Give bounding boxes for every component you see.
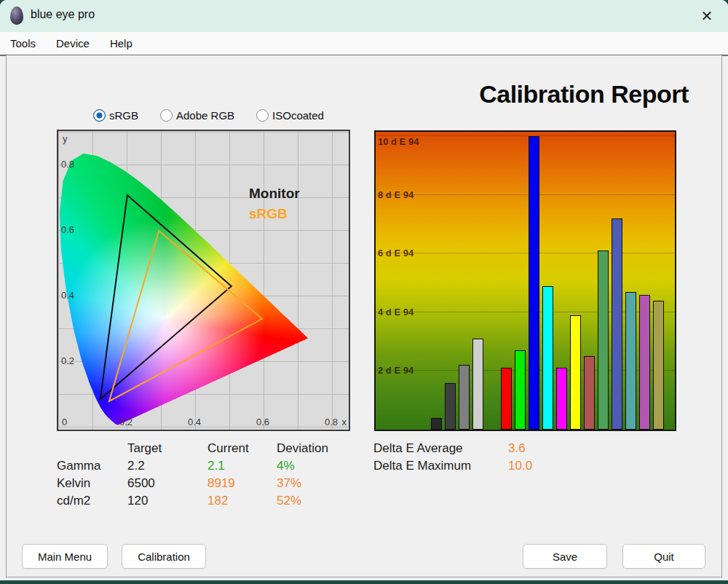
chart-gridline-10 [376,135,675,136]
radio-label: sRGB [109,109,138,122]
x-tick-0.2: 0.2 [119,417,132,427]
x-tick-0.6: 0.6 [256,417,269,427]
page-title: Calibration Report [446,80,722,108]
delta-e-bar-chart: 2 d E 944 d E 946 d E 948 d E 9410 d E 9… [374,130,676,431]
x-axis-label: x [342,417,347,427]
bar-yellow [570,315,581,430]
bar-brown [584,356,595,430]
main-menu-button[interactable]: Main Menu [22,544,108,569]
bar-red [501,368,512,430]
legend-srgb-label: sRGB [249,204,300,224]
current-value: 8919 [207,476,277,491]
quit-button[interactable]: Quit [622,544,705,569]
bar-gray [459,365,470,430]
gamut-legend: Monitor sRGB [249,184,300,224]
window-title: blue eye pro [31,8,95,21]
radio-option-adobe-rgb[interactable]: Adobe RGB [160,109,234,122]
delta-e-maximum-value: 10.0 [508,459,532,473]
app-egg-icon [10,7,23,25]
delta-e-average-value: 3.6 [508,441,532,456]
table-header-deviation: Deviation [277,441,346,456]
menu-item-device[interactable]: Device [46,37,100,50]
menu-bar: ToolsDeviceHelp [0,32,728,55]
delta-e-maximum-label: Delta E Maximum [373,459,508,473]
bar-orchid [639,295,650,430]
radio-option-srgb[interactable]: sRGB [93,109,138,122]
y-axis-label: y [63,133,68,144]
row-label-kelvin: Kelvin [57,476,127,491]
bar-slate-blue [612,218,622,430]
chromaticity-diagram: y0x0.20.40.60.80.20.40.60.8 Monitor sRGB [57,130,350,431]
radio-option-isocoated[interactable]: ISOcoated [256,109,324,122]
close-icon[interactable]: ✕ [696,6,718,26]
table-header-target: Target [127,441,207,456]
bar-cyan [542,286,553,430]
bar-mid-green [598,250,609,430]
bar-blue [529,136,539,430]
bar-light-gray [472,339,483,430]
y-tick-0.8: 0.8 [61,159,74,170]
srgb-gamut-triangle [109,231,262,401]
title-bar: blue eye pro ✕ [0,0,728,32]
menu-item-tools[interactable]: Tools [0,37,46,50]
x-tick-0.8: 0.8 [325,417,338,427]
bar-magenta [556,368,567,430]
chart-gridline-6 [376,253,675,253]
measurement-table: TargetCurrentDeviationGamma2.22.14%Kelvi… [57,441,346,508]
bar-olive [653,301,664,430]
calibration-button[interactable]: Calibration [122,544,206,569]
bar-dark-gray-1 [431,418,442,430]
deviation-value: 4% [277,459,346,473]
row-label-gamma: Gamma [57,459,127,473]
y-tick-0.4: 0.4 [61,290,74,301]
radio-selected-icon[interactable] [93,109,106,122]
legend-monitor-label: Monitor [249,184,300,204]
chart-axis-label-6: 6 d E 94 [378,248,414,259]
radio-unselected-icon[interactable] [160,109,173,122]
radio-label: ISOcoated [272,109,324,122]
profile-radio-group: sRGBAdobe RGBISOcoated [93,109,324,122]
chart-axis-label-4: 4 d E 94 [378,307,414,317]
chart-gridline-8 [376,194,675,195]
deviation-value: 37% [277,476,346,491]
chart-axis-label-10: 10 d E 94 [378,136,419,147]
delta-e-average-label: Delta E Average [373,441,508,456]
menu-item-help[interactable]: Help [100,37,143,50]
table-header-current: Current [207,441,277,456]
radio-label: Adobe RGB [176,109,234,122]
y-tick-0.6: 0.6 [61,224,74,235]
target-value: 6500 [127,476,207,491]
origin-tick: 0 [62,417,67,427]
app-window: blue eye pro ✕ ToolsDeviceHelp Calibrati… [0,0,728,580]
monitor-gamut-triangle [100,195,232,399]
y-tick-0.2: 0.2 [61,355,74,366]
target-value: 120 [127,494,207,508]
bar-teal [625,292,636,430]
table-corner [57,441,127,456]
delta-e-summary: Delta E Average 3.6 Delta E Maximum 10.0 [373,441,532,473]
deviation-value: 52% [277,494,346,508]
save-button[interactable]: Save [523,544,607,569]
target-value: 2.2 [127,459,207,473]
chart-axis-label-8: 8 d E 94 [378,189,414,200]
current-value: 2.1 [207,459,277,473]
chart-axis-label-2: 2 d E 94 [378,365,414,376]
current-value: 182 [207,494,277,508]
bar-dark-gray-2 [445,383,456,430]
radio-unselected-icon[interactable] [256,109,269,122]
bar-green [515,350,526,430]
row-label-cdm2: cd/m2 [57,494,127,508]
gamut-triangles [58,131,349,430]
x-tick-0.4: 0.4 [188,417,201,427]
